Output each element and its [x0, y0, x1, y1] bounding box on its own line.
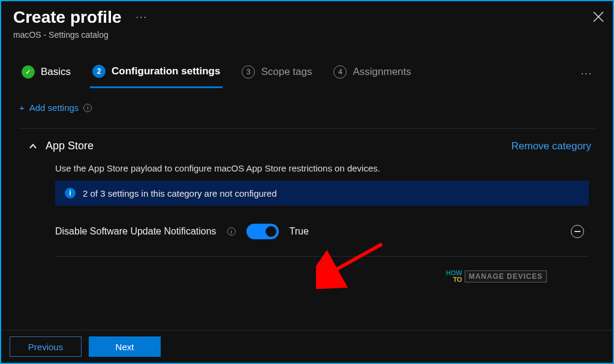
page-subtitle: macOS - Settings catalog	[1, 30, 613, 46]
add-settings-button[interactable]: + Add settings i	[19, 99, 92, 124]
toggle-knob	[266, 226, 276, 237]
step-number-icon: 4	[333, 65, 347, 79]
info-icon[interactable]: i	[227, 227, 236, 236]
info-icon[interactable]: i	[83, 104, 92, 112]
divider	[19, 128, 595, 129]
checkmark-icon: ✓	[22, 65, 35, 79]
remove-setting-button[interactable]	[571, 225, 584, 238]
remove-category-button[interactable]: Remove category	[511, 140, 595, 152]
watermark-to: TO	[446, 276, 462, 283]
wizard-tabs: ✓ Basics 2 Configuration settings 3 Scop…	[1, 46, 613, 88]
step-number-icon: 3	[242, 65, 255, 79]
header-more-button[interactable]: ···	[134, 7, 150, 28]
step-number-icon: 2	[92, 65, 106, 78]
tab-assignments[interactable]: 4 Assignments	[331, 61, 413, 87]
previous-button[interactable]: Previous	[10, 336, 82, 357]
tab-configuration-settings[interactable]: 2 Configuration settings	[90, 60, 222, 88]
setting-row: Disable Software Update Notifications i …	[55, 221, 589, 251]
add-settings-label: Add settings	[29, 103, 79, 113]
tab-basics[interactable]: ✓ Basics	[19, 61, 73, 87]
info-icon: i	[65, 188, 76, 198]
tab-label: Configuration settings	[112, 65, 220, 77]
info-banner-text: 2 of 3 settings in this category are not…	[83, 188, 277, 198]
watermark: HOW TO MANAGE DEVICES	[446, 270, 547, 283]
wizard-footer: Previous Next	[1, 330, 613, 363]
close-button[interactable]	[589, 7, 601, 19]
tab-label: Scope tags	[261, 66, 312, 78]
category-toggle[interactable]: App Store	[29, 140, 94, 152]
next-button[interactable]: Next	[89, 336, 161, 357]
category-description: Use the App Store payload to configure m…	[55, 161, 589, 181]
tab-scope-tags[interactable]: 3 Scope tags	[239, 61, 314, 87]
tab-label: Assignments	[353, 66, 411, 78]
minus-icon	[574, 231, 580, 232]
info-banner: i 2 of 3 settings in this category are n…	[55, 181, 589, 206]
watermark-brand: MANAGE DEVICES	[465, 270, 547, 282]
chevron-up-icon	[29, 142, 37, 151]
page-title: Create profile	[13, 8, 122, 27]
category-title: App Store	[46, 140, 94, 152]
tabs-more-button[interactable]: ···	[579, 64, 595, 84]
plus-icon: +	[19, 103, 25, 113]
tab-label: Basics	[41, 66, 71, 78]
setting-label: Disable Software Update Notifications	[55, 226, 216, 237]
toggle-value-label: True	[290, 226, 309, 237]
toggle-switch[interactable]	[246, 224, 279, 239]
divider	[55, 256, 589, 257]
